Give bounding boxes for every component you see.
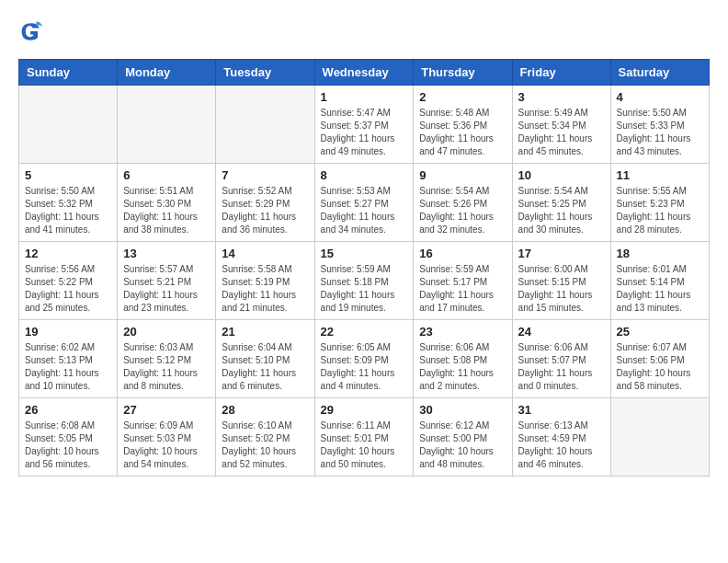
calendar-week-1: 1Sunrise: 5:47 AM Sunset: 5:37 PM Daylig…: [19, 86, 710, 164]
calendar-cell: 15Sunrise: 5:59 AM Sunset: 5:18 PM Dayli…: [314, 242, 414, 320]
calendar-cell: 23Sunrise: 6:06 AM Sunset: 5:08 PM Dayli…: [414, 320, 512, 398]
day-number: 6: [123, 168, 210, 182]
calendar-week-3: 12Sunrise: 5:56 AM Sunset: 5:22 PM Dayli…: [19, 242, 710, 320]
calendar-cell: 24Sunrise: 6:06 AM Sunset: 5:07 PM Dayli…: [512, 320, 610, 398]
weekday-header-monday: Monday: [118, 60, 216, 86]
day-info: Sunrise: 6:04 AM Sunset: 5:10 PM Dayligh…: [222, 341, 308, 393]
day-number: 8: [321, 168, 408, 182]
day-number: 26: [25, 403, 111, 417]
day-info: Sunrise: 5:55 AM Sunset: 5:23 PM Dayligh…: [617, 185, 703, 236]
calendar-cell: 30Sunrise: 6:12 AM Sunset: 5:00 PM Dayli…: [414, 398, 512, 477]
day-info: Sunrise: 6:11 AM Sunset: 5:01 PM Dayligh…: [321, 419, 408, 471]
day-info: Sunrise: 5:48 AM Sunset: 5:36 PM Dayligh…: [419, 107, 506, 158]
calendar-cell: 3Sunrise: 5:49 AM Sunset: 5:34 PM Daylig…: [512, 86, 610, 164]
calendar-cell: 18Sunrise: 6:01 AM Sunset: 5:14 PM Dayli…: [610, 242, 709, 320]
calendar-table: SundayMondayTuesdayWednesdayThursdayFrid…: [18, 59, 710, 477]
calendar-cell: 26Sunrise: 6:08 AM Sunset: 5:05 PM Dayli…: [19, 398, 118, 477]
day-info: Sunrise: 6:06 AM Sunset: 5:07 PM Dayligh…: [518, 341, 605, 393]
calendar-cell: 19Sunrise: 6:02 AM Sunset: 5:13 PM Dayli…: [19, 320, 118, 398]
day-number: 25: [617, 325, 703, 339]
day-number: 7: [222, 168, 308, 182]
calendar-cell: 12Sunrise: 5:56 AM Sunset: 5:22 PM Dayli…: [19, 242, 118, 320]
day-info: Sunrise: 6:10 AM Sunset: 5:02 PM Dayligh…: [222, 419, 308, 471]
calendar-cell: 22Sunrise: 6:05 AM Sunset: 5:09 PM Dayli…: [314, 320, 414, 398]
day-number: 21: [222, 325, 308, 339]
calendar-cell: 8Sunrise: 5:53 AM Sunset: 5:27 PM Daylig…: [314, 164, 414, 242]
calendar-cell: 28Sunrise: 6:10 AM Sunset: 5:02 PM Dayli…: [216, 398, 314, 477]
day-number: 28: [222, 403, 308, 417]
day-number: 20: [123, 325, 210, 339]
day-number: 27: [123, 403, 210, 417]
day-number: 1: [321, 90, 408, 104]
calendar-cell: 17Sunrise: 6:00 AM Sunset: 5:15 PM Dayli…: [512, 242, 610, 320]
day-info: Sunrise: 5:54 AM Sunset: 5:26 PM Dayligh…: [419, 185, 506, 236]
day-number: 19: [25, 325, 111, 339]
day-info: Sunrise: 6:05 AM Sunset: 5:09 PM Dayligh…: [321, 341, 408, 393]
day-number: 31: [518, 403, 605, 417]
weekday-header-thursday: Thursday: [414, 60, 512, 86]
day-info: Sunrise: 5:47 AM Sunset: 5:37 PM Dayligh…: [321, 107, 408, 158]
day-number: 30: [419, 403, 506, 417]
calendar-cell: 25Sunrise: 6:07 AM Sunset: 5:06 PM Dayli…: [610, 320, 709, 398]
day-info: Sunrise: 5:50 AM Sunset: 5:32 PM Dayligh…: [25, 185, 111, 236]
day-info: Sunrise: 6:07 AM Sunset: 5:06 PM Dayligh…: [617, 341, 703, 393]
day-number: 4: [617, 90, 703, 104]
calendar-cell: 2Sunrise: 5:48 AM Sunset: 5:36 PM Daylig…: [414, 86, 512, 164]
day-info: Sunrise: 6:08 AM Sunset: 5:05 PM Dayligh…: [25, 419, 111, 471]
day-info: Sunrise: 5:58 AM Sunset: 5:19 PM Dayligh…: [222, 263, 308, 315]
day-number: 23: [419, 325, 506, 339]
day-number: 3: [518, 90, 605, 104]
calendar-cell: 1Sunrise: 5:47 AM Sunset: 5:37 PM Daylig…: [314, 86, 414, 164]
calendar-cell: 20Sunrise: 6:03 AM Sunset: 5:12 PM Dayli…: [118, 320, 216, 398]
calendar-cell: [118, 86, 216, 164]
day-info: Sunrise: 5:53 AM Sunset: 5:27 PM Dayligh…: [321, 185, 408, 236]
page-header: [18, 18, 710, 44]
calendar-cell: 13Sunrise: 5:57 AM Sunset: 5:21 PM Dayli…: [118, 242, 216, 320]
day-number: 11: [617, 168, 703, 182]
calendar-cell: 5Sunrise: 5:50 AM Sunset: 5:32 PM Daylig…: [19, 164, 118, 242]
calendar-cell: 21Sunrise: 6:04 AM Sunset: 5:10 PM Dayli…: [216, 320, 314, 398]
weekday-header-row: SundayMondayTuesdayWednesdayThursdayFrid…: [19, 60, 710, 86]
calendar-cell: 29Sunrise: 6:11 AM Sunset: 5:01 PM Dayli…: [314, 398, 414, 477]
day-number: 9: [419, 168, 506, 182]
weekday-header-saturday: Saturday: [610, 60, 709, 86]
day-info: Sunrise: 5:49 AM Sunset: 5:34 PM Dayligh…: [518, 107, 605, 158]
calendar-cell: 14Sunrise: 5:58 AM Sunset: 5:19 PM Dayli…: [216, 242, 314, 320]
day-number: 5: [25, 168, 111, 182]
day-number: 10: [518, 168, 605, 182]
day-info: Sunrise: 5:54 AM Sunset: 5:25 PM Dayligh…: [518, 185, 605, 236]
day-info: Sunrise: 6:06 AM Sunset: 5:08 PM Dayligh…: [419, 341, 506, 393]
day-number: 29: [321, 403, 408, 417]
day-info: Sunrise: 5:52 AM Sunset: 5:29 PM Dayligh…: [222, 185, 308, 236]
day-info: Sunrise: 6:09 AM Sunset: 5:03 PM Dayligh…: [123, 419, 210, 471]
calendar-cell: [610, 398, 709, 477]
day-number: 12: [25, 247, 111, 260]
calendar-cell: 6Sunrise: 5:51 AM Sunset: 5:30 PM Daylig…: [118, 164, 216, 242]
day-number: 15: [321, 247, 408, 260]
day-number: 2: [419, 90, 506, 104]
day-info: Sunrise: 5:56 AM Sunset: 5:22 PM Dayligh…: [25, 263, 111, 315]
day-info: Sunrise: 6:13 AM Sunset: 4:59 PM Dayligh…: [518, 419, 605, 471]
day-number: 18: [617, 247, 703, 260]
day-number: 13: [123, 247, 210, 260]
logo: [18, 18, 48, 44]
day-info: Sunrise: 6:03 AM Sunset: 5:12 PM Dayligh…: [123, 341, 210, 393]
day-info: Sunrise: 5:59 AM Sunset: 5:18 PM Dayligh…: [321, 263, 408, 315]
day-number: 22: [321, 325, 408, 339]
calendar-week-5: 26Sunrise: 6:08 AM Sunset: 5:05 PM Dayli…: [19, 398, 710, 477]
weekday-header-friday: Friday: [512, 60, 610, 86]
day-number: 17: [518, 247, 605, 260]
weekday-header-wednesday: Wednesday: [314, 60, 414, 86]
calendar-cell: 11Sunrise: 5:55 AM Sunset: 5:23 PM Dayli…: [610, 164, 709, 242]
day-number: 24: [518, 325, 605, 339]
day-info: Sunrise: 6:00 AM Sunset: 5:15 PM Dayligh…: [518, 263, 605, 315]
calendar-cell: 7Sunrise: 5:52 AM Sunset: 5:29 PM Daylig…: [216, 164, 314, 242]
calendar-cell: 4Sunrise: 5:50 AM Sunset: 5:33 PM Daylig…: [610, 86, 709, 164]
calendar-week-4: 19Sunrise: 6:02 AM Sunset: 5:13 PM Dayli…: [19, 320, 710, 398]
day-number: 16: [419, 247, 506, 260]
calendar-cell: [19, 86, 118, 164]
day-info: Sunrise: 6:01 AM Sunset: 5:14 PM Dayligh…: [617, 263, 703, 315]
calendar-week-2: 5Sunrise: 5:50 AM Sunset: 5:32 PM Daylig…: [19, 164, 710, 242]
day-info: Sunrise: 5:50 AM Sunset: 5:33 PM Dayligh…: [617, 107, 703, 158]
day-number: 14: [222, 247, 308, 260]
